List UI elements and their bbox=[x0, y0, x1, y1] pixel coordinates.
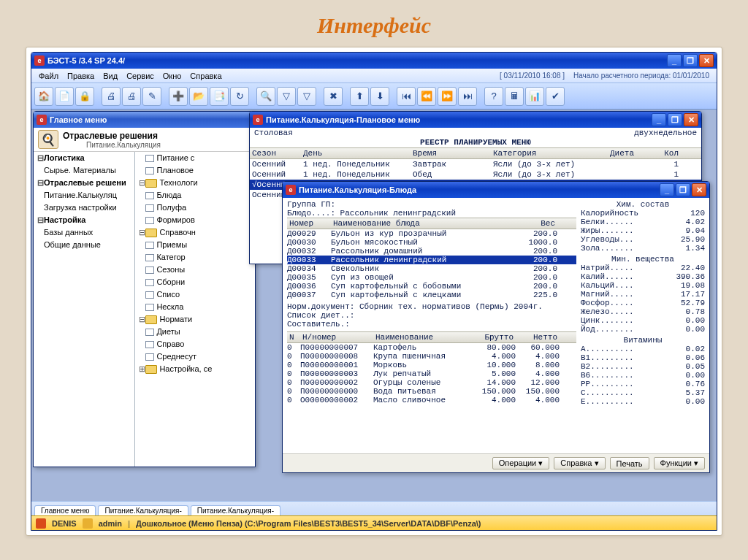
tool-first-icon[interactable]: ⏮ bbox=[397, 87, 416, 106]
nav-row[interactable]: Общие данные bbox=[34, 239, 134, 251]
plan-min-button[interactable]: _ bbox=[652, 113, 666, 126]
menu-file[interactable]: Файл bbox=[34, 71, 63, 81]
tool-add-icon[interactable]: ➕ bbox=[169, 87, 188, 106]
minimize-button[interactable]: _ bbox=[667, 54, 682, 67]
ing-row[interactable]: 0П00000000008Крупа пшеничная4.0004.000 bbox=[287, 352, 576, 361]
nav-tree-right[interactable]: Питание сПлановое⊟ТехнологиБлюдаПолуфаФо… bbox=[135, 152, 255, 467]
chem-values: Калорийность120Белки......4.02Жиры......… bbox=[581, 209, 705, 253]
dish-row[interactable]: Д00029Бульон из кур прозрачный200.0 bbox=[287, 229, 576, 238]
nav-row[interactable]: Нескла bbox=[135, 301, 255, 313]
tool-next-icon[interactable]: ⏩ bbox=[438, 87, 457, 106]
nav-row[interactable]: ⊟Настройка bbox=[34, 214, 134, 226]
ing-row[interactable]: 0П00000000001Морковь10.0008.000 bbox=[287, 361, 576, 369]
tool-calc-icon[interactable]: 🖩 bbox=[505, 87, 524, 106]
dishes-titlebar[interactable]: e Питание.Калькуляция-Блюда _ ❐ ✕ bbox=[283, 182, 709, 198]
nav-row[interactable]: ⊟Отраслевые решени bbox=[34, 177, 134, 189]
tab-mainmenu[interactable]: Главное меню bbox=[34, 505, 96, 515]
tool-home-icon[interactable]: 🏠 bbox=[34, 87, 53, 106]
ing-row[interactable]: 0П00000000002Огурцы соленые14.00012.000 bbox=[287, 378, 576, 387]
tool-prev-icon[interactable]: ⏪ bbox=[417, 87, 436, 106]
ing-row[interactable]: 0П00000000007Картофель80.00060.000 bbox=[287, 343, 576, 352]
tool-chart-icon[interactable]: 📊 bbox=[525, 87, 544, 106]
maximize-button[interactable]: ❐ bbox=[683, 54, 698, 67]
nav-row[interactable]: Полуфа bbox=[135, 202, 255, 214]
ing-row[interactable]: 0П00000000000Вода питьевая150.000150.000 bbox=[287, 387, 576, 396]
tool-lock-icon[interactable]: 🔒 bbox=[75, 87, 94, 106]
btn-help[interactable]: Справка ▾ bbox=[554, 457, 605, 469]
dish-min-button[interactable]: _ bbox=[660, 183, 674, 196]
tool-help-icon[interactable]: ? bbox=[484, 87, 503, 106]
planmenu-titlebar[interactable]: e Питание.Калькуляция-Плановое меню _ ❐ … bbox=[250, 112, 701, 128]
tool-last-icon[interactable]: ⏭ bbox=[458, 87, 477, 106]
menu-help[interactable]: Справка bbox=[186, 71, 226, 81]
close-button[interactable]: ✕ bbox=[699, 54, 714, 67]
nav-row[interactable]: Среднесут bbox=[135, 350, 255, 363]
tool-copyrow-icon[interactable]: 📑 bbox=[210, 87, 229, 106]
nav-tree-left[interactable]: ⊟ЛогистикаСырье. Материалы⊟Отраслевые ре… bbox=[34, 152, 135, 467]
tab-dishes[interactable]: Питание.Калькуляция- bbox=[191, 505, 280, 515]
nav-row[interactable]: Справо bbox=[135, 338, 255, 350]
kv-row: Белки......4.02 bbox=[581, 218, 705, 226]
dish-row[interactable]: Д00033Рассольник ленинградский200.0 bbox=[287, 256, 576, 264]
dish-grid-rows[interactable]: Д00029Бульон из кур прозрачный200.0Д0003… bbox=[287, 229, 576, 299]
nav-row[interactable]: Загрузка настройки bbox=[34, 202, 134, 214]
ing-grid-rows[interactable]: 0П00000000007Картофель80.00060.0000П0000… bbox=[287, 343, 576, 404]
tool-check-icon[interactable]: ✔ bbox=[546, 87, 565, 106]
plan-row[interactable]: Осенний1 нед. ПонедельникЗавтракЯсли (до… bbox=[250, 159, 701, 169]
nav-row[interactable]: Списо bbox=[135, 288, 255, 301]
tool-search-icon[interactable]: 🔍 bbox=[256, 87, 275, 106]
nav-row[interactable]: Диеты bbox=[135, 326, 255, 338]
menu-window[interactable]: Окно bbox=[159, 71, 186, 81]
nav-row[interactable]: Питание с bbox=[135, 152, 255, 164]
dish-close-button[interactable]: ✕ bbox=[692, 183, 706, 196]
tool-delete-icon[interactable]: ✖ bbox=[324, 87, 343, 106]
dish-row[interactable]: Д00034Свекольник200.0 bbox=[287, 264, 576, 273]
nav-row[interactable]: Сборни bbox=[135, 276, 255, 288]
menu-service[interactable]: Сервис bbox=[122, 71, 159, 81]
app-titlebar[interactable]: e БЭСТ-5 /3.4 SP 24.4/ _ ❐ ✕ bbox=[31, 53, 717, 69]
nav-row[interactable]: ⊟Справочн bbox=[135, 226, 255, 239]
nav-row[interactable]: Питание.Калькуляц bbox=[34, 189, 134, 202]
tool-copy-icon[interactable]: 📄 bbox=[55, 87, 74, 106]
plan-close-button[interactable]: ✕ bbox=[684, 113, 698, 126]
tool-filter2-icon[interactable]: ▽ bbox=[297, 87, 316, 106]
app-icon: e bbox=[34, 55, 45, 66]
tool-open-icon[interactable]: 📂 bbox=[189, 87, 208, 106]
dish-row[interactable]: Д00035Суп из овощей200.0 bbox=[287, 273, 576, 282]
dish-row[interactable]: Д00032Рассольник домашний200.0 bbox=[287, 247, 576, 256]
nav-row[interactable]: Категор bbox=[135, 251, 255, 264]
tab-plan[interactable]: Питание.Калькуляция- bbox=[98, 505, 188, 515]
dish-max-button[interactable]: ❐ bbox=[676, 183, 690, 196]
dish-row[interactable]: Д00036Суп картофельный с бобовыми200.0 bbox=[287, 282, 576, 291]
menu-edit[interactable]: Правка bbox=[63, 71, 99, 81]
nav-row[interactable]: ⊟Нормати bbox=[135, 313, 255, 326]
dish-row[interactable]: Д00030Бульон мясокостный1000.0 bbox=[287, 238, 576, 247]
btn-operations[interactable]: Операции ▾ bbox=[492, 457, 550, 469]
tool-printers-icon[interactable]: 🖨 bbox=[122, 87, 141, 106]
nav-row[interactable]: Приемы bbox=[135, 239, 255, 251]
tool-filter-icon[interactable]: ▽ bbox=[277, 87, 296, 106]
tool-up-icon[interactable]: ⬆ bbox=[350, 87, 369, 106]
nav-row[interactable]: ⊟Логистика bbox=[34, 152, 134, 164]
nav-row[interactable]: Сезоны bbox=[135, 264, 255, 276]
dish-row[interactable]: Д00037Суп картофельный с клецками225.0 bbox=[287, 291, 576, 299]
nav-row[interactable]: Плановое bbox=[135, 164, 255, 177]
mainmenu-titlebar[interactable]: e Главное меню bbox=[34, 112, 255, 128]
btn-print[interactable]: Печать bbox=[610, 457, 649, 469]
btn-functions[interactable]: Функции ▾ bbox=[654, 457, 705, 469]
tool-refresh-icon[interactable]: ↻ bbox=[230, 87, 249, 106]
tool-edit-icon[interactable]: ✎ bbox=[142, 87, 161, 106]
nav-row[interactable]: ⊟Технологи bbox=[135, 177, 255, 189]
nav-row[interactable]: ⊞Настройка, се bbox=[135, 363, 255, 375]
menu-view[interactable]: Вид bbox=[99, 71, 122, 81]
nav-row[interactable]: Формиров bbox=[135, 214, 255, 226]
plan-max-button[interactable]: ❐ bbox=[668, 113, 682, 126]
nav-row[interactable]: Сырье. Материалы bbox=[34, 164, 134, 177]
tool-print-icon[interactable]: 🖨 bbox=[102, 87, 121, 106]
plan-row[interactable]: Осенний1 нед. ПонедельникОбедЯсли (до 3-… bbox=[250, 169, 701, 180]
ing-row[interactable]: 0О00000000002Масло сливочное4.0004.000 bbox=[287, 396, 576, 404]
nav-row[interactable]: Блюда bbox=[135, 189, 255, 202]
tool-down-icon[interactable]: ⬇ bbox=[370, 87, 389, 106]
nav-row[interactable]: Базы данных bbox=[34, 226, 134, 239]
ing-row[interactable]: 0П00000000003Лук репчатый5.0004.000 bbox=[287, 369, 576, 378]
